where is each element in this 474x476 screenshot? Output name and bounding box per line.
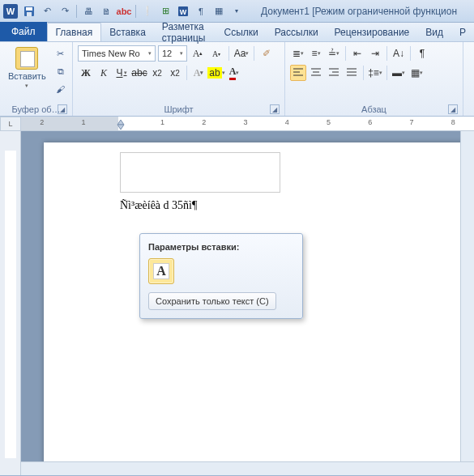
strikethrough-icon[interactable]: abc: [131, 65, 147, 81]
horizontal-ruler[interactable]: 2112345678: [21, 117, 474, 131]
window-title: Документ1 [Режим ограниченной функцион: [261, 6, 457, 17]
horizontal-scrollbar[interactable]: [21, 461, 474, 475]
svg-marker-18: [117, 125, 124, 130]
line-spacing-icon[interactable]: ‡≡▾: [367, 65, 383, 81]
paste-button[interactable]: Вставить ▾: [5, 45, 49, 91]
font-color-icon[interactable]: A▾: [226, 65, 242, 81]
format-painter-icon[interactable]: 🖌: [53, 81, 69, 97]
tab-mailings[interactable]: Рассылки: [267, 23, 327, 41]
tab-references[interactable]: Ссылки: [216, 23, 266, 41]
bullets-icon[interactable]: ≣▾: [290, 45, 306, 62]
svg-marker-17: [117, 120, 124, 125]
vertical-scrollbar[interactable]: [460, 131, 474, 475]
font-name-combo[interactable]: Times New Ro▾: [78, 45, 156, 62]
clear-formatting-icon[interactable]: ✐: [258, 45, 275, 62]
subscript-icon[interactable]: x2: [149, 65, 165, 81]
paste-popup-title: Параметры вставки:: [148, 242, 294, 252]
page: Ñì³æèíêà d 35ñì¶ Параметры вставки: A Со…: [44, 142, 474, 475]
table-icon[interactable]: ▦: [211, 3, 227, 19]
save-icon[interactable]: [21, 3, 37, 19]
group-font: Times New Ro▾ 12▾ A▴ A▾ Aa▾ ✐ Ж К Ч▾ abc…: [73, 42, 285, 116]
tab-review[interactable]: Рецензирование: [327, 23, 418, 41]
quick-access-toolbar: ↶ ↷ 🖶 🗎 abc ❕ ⊞ W ¶ ▦ ▾: [21, 3, 245, 19]
ruler-corner[interactable]: L: [0, 117, 21, 131]
svg-rect-2: [27, 12, 32, 16]
borders-icon[interactable]: ▦▾: [408, 65, 425, 81]
workspace: Ñì³æèíêà d 35ñì¶ Параметры вставки: A Со…: [0, 131, 474, 475]
content-placeholder: [120, 152, 280, 193]
spellcheck-icon[interactable]: abc: [116, 3, 132, 19]
shading-icon[interactable]: ▬▾: [391, 65, 407, 81]
tab-home[interactable]: Главная: [47, 23, 102, 41]
copy-icon[interactable]: ⧉: [53, 63, 69, 79]
tab-page-layout[interactable]: Разметка страницы: [154, 23, 216, 41]
align-right-icon[interactable]: [326, 65, 342, 81]
text-only-icon: A: [153, 263, 169, 279]
document-area[interactable]: Ñì³æèíêà d 35ñì¶ Параметры вставки: A Со…: [21, 131, 474, 475]
underline-button[interactable]: Ч▾: [113, 65, 130, 81]
paste-options-popup: Параметры вставки: A Сохранить только те…: [139, 233, 303, 319]
print-preview-icon[interactable]: 🗎: [98, 3, 114, 19]
tab-insert[interactable]: Вставка: [101, 23, 154, 41]
group-label-font: Шрифт◢: [78, 103, 280, 116]
vertical-ruler[interactable]: [0, 131, 21, 475]
show-marks-icon[interactable]: ¶: [414, 45, 430, 62]
keep-text-only-button[interactable]: Сохранить только текст (С): [148, 292, 276, 310]
shrink-font-icon[interactable]: A▾: [208, 45, 224, 62]
qat-more-icon[interactable]: ▾: [228, 3, 245, 19]
group-label-paragraph: Абзац◢: [290, 103, 458, 116]
decrease-indent-icon[interactable]: ⇤: [349, 45, 365, 62]
print-icon[interactable]: 🖶: [80, 3, 96, 19]
dialog-launcher-icon[interactable]: ◢: [448, 104, 458, 114]
redo-icon[interactable]: ↷: [57, 3, 73, 19]
numbering-icon[interactable]: ≡▾: [308, 45, 324, 62]
ruler-row: L 2112345678: [0, 117, 474, 131]
align-left-icon[interactable]: [290, 65, 306, 81]
group-clipboard: Вставить ▾ ✂ ⧉ 🖌 Буфер об…◢: [0, 42, 73, 116]
file-tab[interactable]: Файл: [0, 22, 47, 41]
dialog-launcher-icon[interactable]: ◢: [270, 104, 280, 114]
alert-icon[interactable]: ❕: [139, 3, 156, 19]
group-label-clipboard: Буфер об…◢: [5, 103, 67, 116]
clipboard-icon: [15, 47, 38, 70]
change-case-icon[interactable]: Aa▾: [233, 45, 250, 62]
highlight-icon[interactable]: ab▾: [208, 65, 224, 81]
ribbon-tabs: Файл Главная Вставка Разметка страницы С…: [0, 23, 474, 42]
cut-icon[interactable]: ✂: [53, 45, 69, 62]
multilevel-list-icon[interactable]: ≟▾: [326, 45, 342, 62]
grow-font-icon[interactable]: A▴: [190, 45, 206, 62]
paste-option-keep-text[interactable]: A: [148, 258, 174, 284]
word-doc-icon[interactable]: W: [175, 3, 191, 19]
document-text[interactable]: Ñì³æèíêà d 35ñì¶: [120, 199, 280, 212]
dialog-launcher-icon[interactable]: ◢: [58, 104, 67, 114]
superscript-icon[interactable]: x2: [167, 65, 183, 81]
increase-indent-icon[interactable]: ⇥: [367, 45, 383, 62]
ribbon: Вставить ▾ ✂ ⧉ 🖌 Буфер об…◢ Times New Ro…: [0, 42, 474, 117]
app-icon: W: [3, 4, 18, 19]
paragraph-mark-icon[interactable]: ¶: [193, 3, 209, 19]
group-paragraph: ≣▾ ≡▾ ≟▾ ⇤ ⇥ A↓ ¶ ‡≡▾ ▬▾ ▦▾: [285, 42, 463, 116]
title-bar: W ↶ ↷ 🖶 🗎 abc ❕ ⊞ W ¶ ▦ ▾ Документ1 [Реж…: [0, 0, 474, 23]
org-chart-icon[interactable]: ⊞: [157, 3, 173, 19]
sort-icon[interactable]: A↓: [391, 45, 407, 62]
undo-icon[interactable]: ↶: [39, 3, 55, 19]
bold-button[interactable]: Ж: [78, 65, 94, 81]
tab-view[interactable]: Вид: [417, 23, 451, 41]
align-center-icon[interactable]: [308, 65, 324, 81]
italic-button[interactable]: К: [96, 65, 112, 81]
justify-icon[interactable]: [344, 65, 360, 81]
svg-rect-1: [26, 7, 32, 11]
text-effects-icon[interactable]: A▾: [190, 65, 207, 81]
svg-text:W: W: [180, 8, 187, 16]
font-size-combo[interactable]: 12▾: [158, 45, 187, 62]
tab-extra[interactable]: Р: [451, 23, 474, 41]
